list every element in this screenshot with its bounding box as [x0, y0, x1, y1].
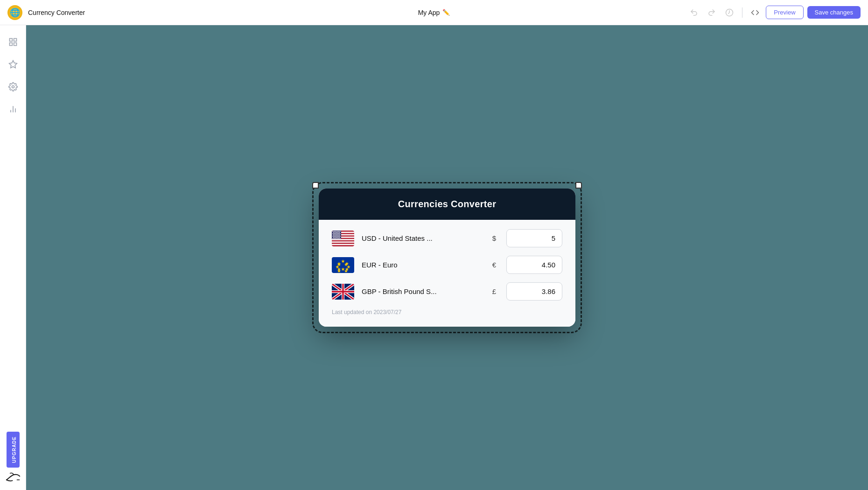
currency-row-gbp: GBP - British Pound S... £ — [332, 282, 562, 301]
svg-point-42 — [336, 236, 336, 237]
svg-point-43 — [337, 236, 338, 237]
svg-point-37 — [336, 234, 337, 235]
svg-point-21 — [337, 231, 338, 232]
svg-point-24 — [333, 232, 334, 233]
app-name-center: My App ✏️ — [418, 9, 450, 16]
divider — [742, 7, 742, 18]
flag-usd — [332, 231, 354, 246]
svg-point-26 — [336, 232, 337, 233]
resize-handle-tl[interactable] — [312, 182, 319, 189]
topbar: 🌐 Currency Converter My App ✏️ Preview S… — [0, 0, 868, 25]
svg-point-28 — [339, 232, 340, 233]
currency-row-usd: USD - United States ... $ — [332, 229, 562, 247]
svg-point-51 — [333, 238, 334, 239]
currency-row-eur: EUR - Euro € — [332, 256, 562, 274]
svg-point-31 — [336, 233, 336, 234]
resize-handle-tr[interactable] — [575, 182, 582, 189]
svg-rect-15 — [332, 241, 354, 243]
undo-button[interactable] — [687, 7, 701, 19]
svg-point-56 — [340, 238, 341, 239]
svg-point-41 — [334, 236, 335, 237]
currency-symbol-gbp: £ — [490, 287, 499, 295]
main-container: Upgrade Currencies Converter — [0, 25, 868, 490]
svg-point-47 — [335, 237, 336, 238]
svg-point-55 — [338, 238, 339, 239]
upgrade-button[interactable]: Upgrade — [7, 432, 20, 468]
svg-point-49 — [337, 237, 338, 238]
sidebar-item-pin[interactable] — [4, 55, 22, 74]
preview-button[interactable]: Preview — [766, 6, 803, 19]
svg-point-36 — [335, 234, 336, 235]
bird-icon — [5, 471, 21, 483]
svg-point-44 — [338, 236, 339, 237]
edit-icon[interactable]: ✏️ — [442, 9, 450, 16]
svg-point-38 — [337, 234, 338, 235]
svg-point-53 — [336, 238, 336, 239]
svg-point-48 — [336, 237, 337, 238]
svg-point-22 — [338, 231, 339, 232]
svg-point-18 — [333, 231, 334, 232]
app-title: Currency Converter — [28, 9, 85, 16]
topbar-actions: Preview Save changes — [687, 6, 861, 19]
sidebar-item-grid[interactable] — [4, 33, 22, 51]
currency-input-gbp[interactable] — [506, 282, 562, 301]
redo-button[interactable] — [705, 7, 719, 19]
svg-point-50 — [339, 237, 340, 238]
currency-symbol-eur: € — [490, 261, 499, 269]
svg-point-54 — [337, 238, 338, 239]
svg-point-19 — [334, 231, 335, 232]
code-button[interactable] — [748, 7, 762, 19]
widget-title: Currencies Converter — [332, 199, 562, 210]
flag-eur — [332, 257, 354, 273]
currency-input-eur[interactable] — [506, 256, 562, 274]
app-name-label: My App — [418, 9, 440, 16]
history-button[interactable] — [722, 7, 736, 19]
svg-point-23 — [340, 231, 341, 232]
sidebar-item-settings[interactable] — [4, 77, 22, 96]
svg-point-25 — [335, 232, 336, 233]
svg-point-32 — [337, 233, 338, 234]
svg-point-34 — [340, 233, 341, 234]
currency-label-gbp: GBP - British Pound S... — [362, 287, 482, 295]
svg-point-20 — [336, 231, 336, 232]
sidebar-item-analytics[interactable] — [4, 100, 22, 119]
widget-body: USD - United States ... $ — [319, 220, 575, 327]
svg-point-35 — [333, 234, 334, 235]
currency-input-usd[interactable] — [506, 229, 562, 247]
sidebar-bottom: Upgrade — [5, 432, 21, 483]
svg-rect-78 — [342, 284, 343, 300]
svg-point-30 — [334, 233, 335, 234]
svg-rect-1 — [9, 39, 12, 42]
svg-point-29 — [333, 233, 334, 234]
svg-point-39 — [339, 234, 340, 235]
widget-card: Currencies Converter — [319, 189, 575, 327]
sidebar: Upgrade — [0, 25, 26, 490]
widget-header: Currencies Converter — [319, 189, 575, 220]
svg-point-27 — [337, 232, 338, 233]
svg-rect-4 — [14, 43, 16, 46]
svg-point-5 — [12, 86, 14, 88]
flag-gbp — [332, 284, 354, 300]
last-updated: Last updated on 2023/07/27 — [332, 309, 562, 315]
svg-rect-16 — [332, 244, 354, 245]
save-changes-button[interactable]: Save changes — [807, 6, 861, 19]
svg-rect-14 — [332, 239, 354, 240]
widget-wrapper: Currencies Converter — [319, 189, 575, 327]
svg-rect-3 — [9, 43, 12, 46]
currency-symbol-usd: $ — [490, 234, 499, 242]
svg-point-40 — [333, 236, 334, 237]
svg-point-33 — [338, 233, 339, 234]
canvas-area: Currencies Converter — [26, 25, 868, 490]
svg-rect-2 — [14, 39, 16, 42]
app-logo: 🌐 — [7, 5, 22, 20]
currency-label-eur: EUR - Euro — [362, 261, 482, 269]
svg-point-45 — [340, 236, 341, 237]
svg-point-46 — [333, 237, 334, 238]
svg-point-52 — [334, 238, 335, 239]
currency-label-usd: USD - United States ... — [362, 234, 482, 242]
